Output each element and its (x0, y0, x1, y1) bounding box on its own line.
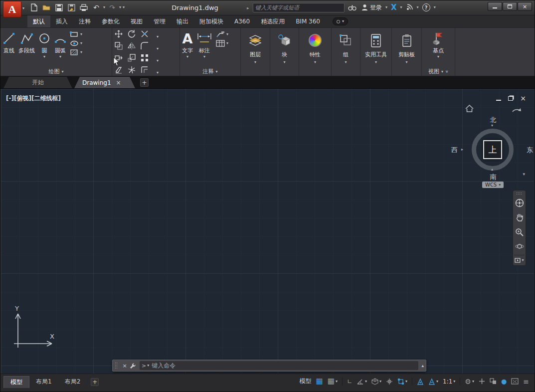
redo-caret-icon[interactable]: ▾ (119, 5, 121, 9)
search-input[interactable] (255, 4, 342, 11)
viewcube-home-icon[interactable] (465, 105, 474, 112)
ribbon-minimize-button[interactable]: ▾ (333, 17, 348, 25)
clean-screen-button[interactable] (510, 376, 520, 387)
viewcube-east-label[interactable]: 东 (527, 146, 533, 155)
exchange-caret-icon[interactable]: ▾ (400, 5, 402, 9)
panel-layers-button[interactable]: 图层 ▾ (241, 28, 270, 76)
mirror-tool-button[interactable] (127, 41, 136, 52)
ribbon-tab-featured-apps[interactable]: 精选应用 (255, 15, 290, 27)
viewcube-west-arrow-icon[interactable]: ▸ (461, 148, 463, 152)
ucs-icon[interactable]: Y X (8, 306, 56, 352)
navbar-grip[interactable] (516, 192, 523, 195)
close-button[interactable]: × (518, 2, 532, 11)
leader-tool-button[interactable]: ▾ (215, 31, 229, 38)
array-flyout-button[interactable]: ▾ (157, 54, 159, 64)
qat-customize-caret-icon[interactable]: ▾ (123, 5, 125, 9)
panel-clipboard-button[interactable]: 剪贴板 ▾ (392, 28, 422, 76)
isolate-objects-button[interactable] (488, 376, 498, 387)
viewcube-north-arrow-icon[interactable]: ▾ (491, 124, 493, 128)
explode-tool-button[interactable] (127, 65, 136, 76)
customize-button[interactable]: ≡ (522, 376, 531, 387)
save-as-button[interactable] (66, 2, 77, 13)
ribbon-tab-view[interactable]: 视图 (125, 15, 148, 27)
panel-draw-label[interactable]: 绘图 ▾ (0, 67, 112, 76)
tab-close-icon[interactable]: × (116, 80, 121, 86)
help-caret-icon[interactable]: ▾ (434, 5, 436, 9)
command-line-grip[interactable] (115, 362, 118, 370)
file-tab-start[interactable]: 开始 (3, 77, 72, 88)
application-menu-button[interactable]: A (3, 1, 21, 17)
model-space-button[interactable]: 模型 (298, 376, 313, 387)
rectangle-tool-button[interactable]: ▾ (69, 31, 83, 38)
trim-flyout-button[interactable]: ▾ (157, 30, 159, 40)
polar-tracking-button[interactable]: ▾ (355, 376, 368, 387)
autoscale-button[interactable]: ▾ (427, 376, 440, 387)
save-button[interactable] (53, 2, 64, 13)
layout-tab-layout1[interactable]: 布局1 (29, 376, 58, 388)
ribbon-tab-home[interactable]: 默认 (27, 15, 50, 27)
copy-tool-button[interactable] (114, 41, 123, 52)
viewcube-south-arrow-icon[interactable]: ▴ (491, 168, 493, 172)
command-line[interactable]: × > ▾ 键入命令 ▴ (112, 360, 426, 372)
panel-groups-button[interactable]: 组 ▾ (332, 28, 360, 76)
annotation-monitor-button[interactable] (477, 376, 487, 387)
arc-tool-button[interactable]: 圆弧 ▾ (53, 30, 68, 59)
workspace-switching-button[interactable]: ⚙ ▾ (463, 376, 476, 387)
ribbon-tab-addins[interactable]: 附加模块 (194, 15, 229, 27)
drawing-close-icon[interactable]: × (520, 95, 526, 102)
showmotion-button[interactable]: ▾ (515, 258, 524, 264)
panel-view-label[interactable]: 视图 ▾ » (422, 67, 455, 76)
new-file-button[interactable] (28, 2, 39, 13)
hatch-tool-button[interactable]: ▾ (69, 49, 83, 56)
command-prompt-button[interactable]: > ▾ (142, 363, 149, 369)
ribbon-tab-a360[interactable]: A360 (229, 15, 255, 27)
drawing-restore-icon[interactable] (508, 96, 513, 101)
undo-caret-icon[interactable]: ▾ (103, 5, 105, 9)
grid-display-button[interactable]: ▦ (315, 376, 325, 387)
snap-mode-button[interactable]: ▦▾ (326, 376, 339, 387)
redo-button[interactable]: ↷ (107, 2, 118, 13)
undo-button[interactable]: ↶ (91, 2, 102, 13)
panel-utilities-button[interactable]: 实用工具 ▾ (360, 28, 392, 76)
hardware-acceleration-button[interactable]: ● (500, 376, 508, 387)
ribbon-tab-annotate[interactable]: 注释 (73, 15, 96, 27)
arc-flyout-caret-icon[interactable]: ▾ (59, 55, 61, 59)
polyline-tool-button[interactable]: 多段线 (17, 30, 36, 55)
line-tool-button[interactable]: 直线 (1, 30, 16, 55)
communication-caret-icon[interactable]: ▾ (417, 5, 419, 9)
text-caret-icon[interactable]: ▾ (186, 55, 188, 59)
circle-flyout-caret-icon[interactable]: ▾ (43, 55, 45, 59)
annotation-scale-button[interactable]: 1:1 ▾ (441, 376, 457, 387)
minimize-button[interactable] (488, 2, 502, 11)
offset-tool-button[interactable] (140, 65, 149, 76)
object-snap-button[interactable]: ▾ (396, 376, 409, 387)
ribbon-tab-parametric[interactable]: 参数化 (96, 15, 125, 27)
erase-tool-button[interactable] (114, 65, 123, 76)
move-tool-button[interactable] (114, 29, 123, 40)
application-menu-caret-icon[interactable]: ▾ (22, 6, 24, 10)
viewcube-rotate-icon[interactable] (511, 105, 523, 115)
new-drawing-tab-button[interactable]: + (140, 78, 149, 87)
rotate-tool-button[interactable] (127, 29, 136, 40)
circle-tool-button[interactable]: 圆 ▾ (37, 30, 52, 59)
drawing-canvas[interactable]: [-][俯视][二维线框] × 北 ▾ 西 ▸ 上 东 南 ▴ ▾ WCS ▾ (1, 89, 534, 374)
maximize-button[interactable] (503, 2, 517, 11)
table-tool-button[interactable]: ▾ (215, 40, 229, 47)
fillet-tool-button[interactable] (140, 41, 149, 52)
exchange-apps-button[interactable]: X (389, 2, 398, 13)
zoom-button[interactable] (514, 226, 525, 238)
command-close-button[interactable]: × (121, 362, 129, 370)
signin-button[interactable]: 登录 (360, 2, 383, 13)
isometric-drafting-button[interactable]: ▾ (370, 376, 383, 387)
layout-tab-model[interactable]: 模型 (3, 376, 29, 388)
viewcube[interactable]: 北 ▾ 西 ▸ 上 东 南 ▴ ▾ WCS ▾ (460, 103, 526, 187)
full-navigation-wheel-button[interactable] (514, 197, 525, 209)
navbar-more-caret-icon[interactable]: ▾ (522, 258, 524, 262)
viewcube-west-label[interactable]: 西 (451, 146, 458, 155)
viewcube-menu-caret-icon[interactable]: ▾ (523, 172, 525, 177)
basepoint-caret-icon[interactable]: ▾ (437, 55, 439, 59)
dimension-caret-icon[interactable]: ▾ (203, 55, 205, 59)
communication-center-button[interactable] (404, 2, 415, 13)
new-layout-button[interactable]: + (91, 378, 99, 386)
ribbon-tab-bim360[interactable]: BIM 360 (290, 15, 326, 27)
